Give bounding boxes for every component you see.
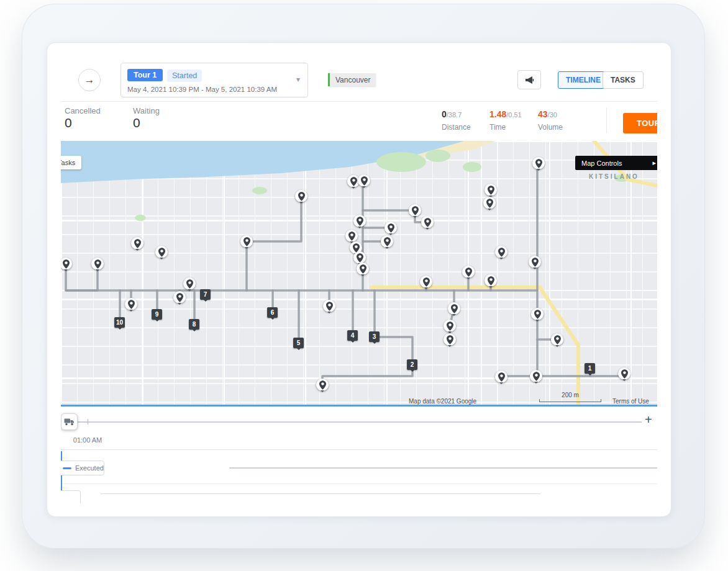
zoom-in-button[interactable]: + xyxy=(645,413,652,427)
pin-icon xyxy=(498,248,505,257)
timeline-slider[interactable]: + xyxy=(61,407,657,434)
chevron-right-icon: ▸ xyxy=(652,159,656,167)
map-pin-marker[interactable] xyxy=(345,230,358,242)
map-pin-marker[interactable] xyxy=(420,276,432,288)
distance-label: Distance xyxy=(442,123,471,132)
map-pin-marker[interactable] xyxy=(462,266,475,278)
app-window: → Tour 1 Started May 4, 2021 10:39 PM - … xyxy=(47,42,671,517)
map-pin-marker[interactable] xyxy=(358,174,370,187)
city-tag: Vancouver xyxy=(328,73,376,86)
pin-icon xyxy=(357,253,363,263)
map-pin-marker[interactable] xyxy=(495,371,507,383)
header-divider xyxy=(61,101,657,102)
map-pin-marker[interactable] xyxy=(240,235,253,248)
announcement-button[interactable] xyxy=(517,70,541,89)
map-pin-marker[interactable] xyxy=(532,157,545,169)
map-pin-marker[interactable] xyxy=(531,308,544,320)
map-pin-marker[interactable] xyxy=(173,291,186,303)
map-pin-marker[interactable] xyxy=(495,246,507,258)
map-pin-marker[interactable] xyxy=(409,204,421,217)
map-pin-marker[interactable] xyxy=(183,277,196,290)
distance-total: /38.7 xyxy=(447,111,462,119)
map-stop-marker[interactable]: 3 xyxy=(369,331,380,342)
chevron-down-icon: ▾ xyxy=(296,75,300,84)
pin-icon xyxy=(298,192,305,201)
pin-icon xyxy=(621,369,628,379)
map-stop-marker[interactable]: 6 xyxy=(267,307,278,318)
map-stop-marker[interactable]: 4 xyxy=(347,330,358,341)
tour-action-button[interactable]: TOUR xyxy=(623,113,657,133)
map-pin-marker[interactable] xyxy=(384,222,397,234)
map-pin-marker[interactable] xyxy=(448,302,460,315)
map-pin-marker[interactable] xyxy=(421,216,434,228)
distance-value: 0 xyxy=(442,109,447,119)
slider-track[interactable] xyxy=(61,421,642,423)
map-pin-marker[interactable] xyxy=(444,320,456,332)
forward-arrow-button[interactable]: → xyxy=(78,69,101,91)
map-pin-marker[interactable] xyxy=(316,379,329,391)
map-pin-marker[interactable] xyxy=(125,298,137,310)
map-pin-marker[interactable] xyxy=(618,367,630,380)
right-arrow-icon: → xyxy=(84,74,95,86)
map-stop-marker[interactable]: 1 xyxy=(585,363,595,374)
map-pin-marker[interactable] xyxy=(444,333,456,346)
tab-tasks[interactable]: TASKS xyxy=(603,71,644,89)
pin-icon xyxy=(384,237,391,246)
map-pin-marker[interactable] xyxy=(155,246,168,258)
gantt-route-line xyxy=(229,467,657,469)
map[interactable]: 12345678910 All Tasks Map Controls ▸ KIT… xyxy=(61,141,657,405)
map-pin-marker[interactable] xyxy=(483,197,496,209)
map-terms-link[interactable]: Terms of Use xyxy=(612,398,649,405)
app-viewport: → Tour 1 Started May 4, 2021 10:39 PM - … xyxy=(61,61,657,503)
map-stop-marker[interactable]: 9 xyxy=(152,309,162,320)
stat-time: 1.48/0.51 Time xyxy=(489,109,522,132)
pin-icon xyxy=(447,335,453,344)
map-pin-marker[interactable] xyxy=(551,333,563,346)
timeline-gantt: Executed xyxy=(61,449,657,503)
volume-total: /30 xyxy=(548,111,557,119)
map-pin-marker[interactable] xyxy=(485,184,497,196)
legend-partial xyxy=(61,490,81,503)
volume-value: 43 xyxy=(538,109,548,119)
all-tasks-button[interactable]: All Tasks xyxy=(61,156,81,169)
vehicle-handle[interactable] xyxy=(61,413,78,430)
map-stop-marker[interactable]: 8 xyxy=(189,319,199,330)
map-pin-marker[interactable] xyxy=(295,190,307,202)
tab-timeline[interactable]: TIMELINE xyxy=(558,71,609,89)
map-pin-marker[interactable] xyxy=(381,235,393,248)
megaphone-icon xyxy=(524,75,534,85)
map-pin-marker[interactable] xyxy=(353,251,366,264)
stat-waiting-label: Waiting xyxy=(133,106,160,115)
map-stop-marker[interactable]: 10 xyxy=(114,317,125,328)
map-pin-marker[interactable] xyxy=(323,300,335,312)
pin-icon xyxy=(534,310,541,319)
pin-icon xyxy=(176,293,183,302)
pin-icon xyxy=(532,258,539,267)
truck-icon xyxy=(64,418,75,426)
time-label: 01:00 AM xyxy=(73,436,102,444)
legend-executed-label: Executed xyxy=(75,464,104,472)
map-pin-marker[interactable] xyxy=(91,258,104,270)
map-stop-marker[interactable]: 2 xyxy=(407,359,417,370)
map-controls-button[interactable]: Map Controls ▸ xyxy=(575,156,657,170)
pin-icon xyxy=(186,279,193,289)
map-stop-marker[interactable]: 5 xyxy=(293,338,304,348)
map-pin-marker[interactable] xyxy=(353,215,366,227)
map-scale-label: 200 m xyxy=(562,392,579,398)
map-pin-marker[interactable] xyxy=(131,237,143,250)
pin-icon xyxy=(486,199,493,208)
tour-name-badge: Tour 1 xyxy=(127,69,163,81)
map-pin-marker[interactable] xyxy=(357,263,369,275)
map-stop-marker[interactable]: 7 xyxy=(200,289,211,300)
map-pin-marker[interactable] xyxy=(485,274,497,287)
map-pin-marker[interactable] xyxy=(529,256,541,268)
map-controls-label: Map Controls xyxy=(581,160,622,167)
stat-waiting: Waiting 0 xyxy=(133,106,160,130)
time-value: 1.48 xyxy=(489,109,506,119)
tour-selector[interactable]: Tour 1 Started May 4, 2021 10:39 PM - Ma… xyxy=(121,63,308,97)
city-tag-label: Vancouver xyxy=(335,76,370,84)
map-attribution: Map data ©2021 Google xyxy=(409,398,476,405)
pin-icon xyxy=(388,223,394,233)
map-scale-bar xyxy=(539,399,601,402)
map-pin-marker[interactable] xyxy=(530,370,542,382)
